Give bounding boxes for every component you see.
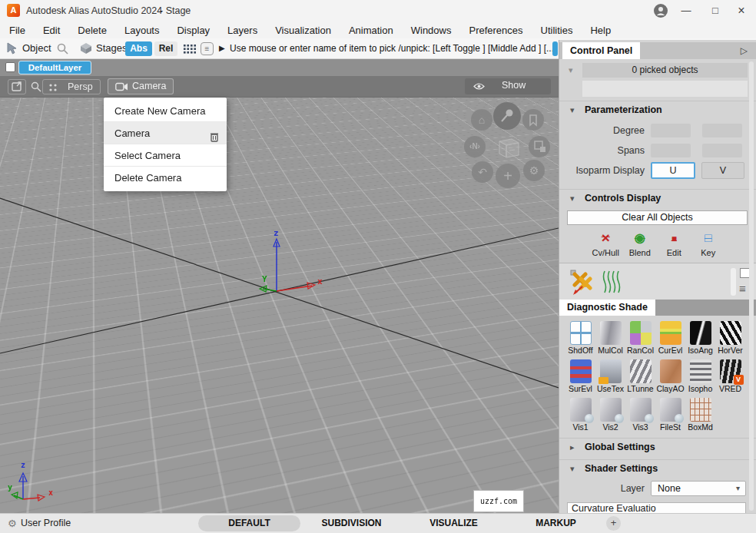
clear-all-objects-button[interactable]: Clear All Objects xyxy=(567,210,748,225)
perspective-viewport[interactable]: z x Y z x y xyxy=(0,76,559,513)
shader-swatch[interactable]: VRED xyxy=(715,358,745,396)
menu-item[interactable]: Windows xyxy=(411,25,452,36)
shader-swatch[interactable]: Vis2 xyxy=(595,396,625,435)
control-toggle[interactable]: Edit xyxy=(657,231,691,259)
project-intersect-tool-icon[interactable] xyxy=(569,268,596,296)
application-window: A Autodesk Alias AutoStudio 2024 - Stage… xyxy=(0,0,756,533)
home-view-icon[interactable]: ⌂ xyxy=(471,109,492,131)
shelf-scrollbar[interactable] xyxy=(731,268,736,296)
shader-swatch[interactable]: Vis3 xyxy=(625,396,655,435)
view-cube-icon[interactable] xyxy=(493,132,522,161)
workspace-tab[interactable]: DEFAULT xyxy=(198,515,300,531)
minimize-button[interactable]: — xyxy=(675,0,698,22)
prompt-history-icon[interactable]: ≡ xyxy=(201,42,214,55)
shader-swatch[interactable]: LTunne xyxy=(625,358,655,396)
controls-display-header[interactable]: ▾ Controls Display xyxy=(559,189,756,206)
camera-menu-item[interactable]: Camera xyxy=(104,122,227,144)
spans-u-field[interactable] xyxy=(651,144,691,157)
diagnostic-shade-tab[interactable]: Diagnostic Shade xyxy=(559,300,655,316)
shader-swatch[interactable]: FileSt xyxy=(655,396,685,435)
object-label[interactable]: Object xyxy=(22,38,51,58)
control-panel-tab[interactable]: Control Panel xyxy=(562,42,640,59)
menu-item[interactable]: Delete xyxy=(78,25,107,36)
shader-swatch[interactable]: Isopho xyxy=(685,358,715,396)
collapse-icon: ▾ xyxy=(570,190,575,207)
shelf-menu-icon[interactable]: ≡ xyxy=(739,282,746,295)
default-layer-tab[interactable]: DefaultLayer xyxy=(18,61,91,74)
rel-toggle[interactable]: Rel xyxy=(154,41,177,56)
maximize-button[interactable]: □ xyxy=(704,0,727,22)
camera-menu-item[interactable]: Select Camera xyxy=(104,144,227,167)
shader-swatch[interactable]: IsoAng xyxy=(685,319,715,358)
shader-swatch[interactable]: HorVer xyxy=(715,319,745,358)
menu-item[interactable]: Preferences xyxy=(469,25,522,36)
prompt-scroll-indicator[interactable] xyxy=(552,41,558,56)
abs-toggle[interactable]: Abs xyxy=(125,41,152,56)
object-picker-icon[interactable] xyxy=(6,42,20,55)
degree-u-field[interactable] xyxy=(651,124,691,137)
user-profile-label[interactable]: User Profile xyxy=(21,514,71,533)
shader-swatch[interactable]: ClayAO xyxy=(655,358,685,396)
shader-swatch[interactable]: Vis1 xyxy=(565,396,595,435)
north-compass-icon[interactable]: ‹N› xyxy=(464,136,486,157)
global-settings-header[interactable]: ▸ Global Settings xyxy=(559,438,756,455)
menu-item[interactable]: Animation xyxy=(349,25,393,36)
panel-scrollbar[interactable] xyxy=(749,61,754,511)
user-account-icon[interactable] xyxy=(654,4,668,18)
bookmark-icon[interactable] xyxy=(522,109,544,131)
stages-label[interactable]: Stages xyxy=(96,38,127,58)
menu-item[interactable]: Display xyxy=(177,25,210,36)
add-view-icon[interactable]: + xyxy=(496,164,520,188)
user-profile-gear-icon[interactable]: ⚙ xyxy=(8,514,17,533)
layer-dropdown[interactable]: None ▾ xyxy=(651,481,746,496)
shader-swatch[interactable]: RanCol xyxy=(625,319,655,358)
menu-item[interactable]: Edit xyxy=(43,25,60,36)
shader-swatch[interactable]: BoxMd xyxy=(685,396,715,435)
menu-item[interactable]: Layers xyxy=(227,25,257,36)
workspace-tab[interactable]: VISUALIZE xyxy=(403,515,505,531)
camera-menu-item[interactable]: Create New Camera xyxy=(104,100,227,122)
menu-item[interactable]: Utilities xyxy=(541,25,573,36)
menu-item[interactable]: Visualization xyxy=(275,25,331,36)
close-button[interactable]: × xyxy=(730,0,753,22)
layer-visibility-checkbox[interactable] xyxy=(5,62,15,72)
stages-icon[interactable] xyxy=(80,42,92,55)
shader-swatch[interactable]: UseTex xyxy=(595,358,625,396)
menu-item[interactable]: Layouts xyxy=(124,25,160,36)
control-toggle[interactable]: Cv/Hull xyxy=(589,231,623,259)
search-icon[interactable] xyxy=(57,43,68,55)
menu-item[interactable]: File xyxy=(9,25,25,36)
new-window-icon[interactable] xyxy=(8,79,26,94)
camera-button[interactable]: Camera xyxy=(108,78,174,94)
isoparm-v-button[interactable]: V xyxy=(701,162,744,179)
menu-item[interactable]: Help xyxy=(590,25,611,36)
view-settings-gear-icon[interactable]: ⚙ xyxy=(523,160,545,181)
app-title: Autodesk Alias AutoStudio 2024 xyxy=(26,0,162,22)
add-workspace-button[interactable]: + xyxy=(606,516,621,531)
shader-swatch[interactable]: ShdOff xyxy=(565,319,595,358)
undo-view-icon[interactable]: ↶ xyxy=(472,161,493,183)
shader-swatch[interactable]: CurEvl xyxy=(655,319,685,358)
grid-dots-icon[interactable] xyxy=(183,44,196,54)
workspace-tab[interactable]: MARKUP xyxy=(505,515,607,531)
shader-swatch[interactable]: MulCol xyxy=(595,319,625,358)
workspace-tab[interactable]: SUBDIVISION xyxy=(300,515,403,531)
parameterization-header[interactable]: ▾ Parameterization xyxy=(559,101,756,118)
shader-swatch[interactable]: SurEvl xyxy=(565,358,595,396)
degree-v-field[interactable] xyxy=(702,124,742,137)
shader-settings-header[interactable]: ▾ Shader Settings xyxy=(559,459,756,476)
show-button[interactable]: Show xyxy=(465,78,551,94)
isoparm-u-button[interactable]: U xyxy=(651,162,695,179)
curvature-comb-tool-icon[interactable] xyxy=(601,268,624,296)
pin-icon[interactable] xyxy=(493,102,521,130)
view-selector[interactable]: Persp xyxy=(42,79,101,94)
control-toggle[interactable]: Blend xyxy=(623,231,658,259)
picked-collapse-icon[interactable]: ▾ xyxy=(569,63,573,78)
control-toggle[interactable]: Key xyxy=(691,231,726,259)
spans-v-field[interactable] xyxy=(702,144,742,157)
panel-expand-icon[interactable]: ▷ xyxy=(741,42,748,59)
isolate-object-icon[interactable] xyxy=(529,136,550,157)
curvature-evaluation-button[interactable]: Curvature Evaluatio xyxy=(567,502,746,513)
viewport-search-icon[interactable] xyxy=(31,81,41,92)
camera-menu-item[interactable]: Delete Camera xyxy=(104,167,227,189)
